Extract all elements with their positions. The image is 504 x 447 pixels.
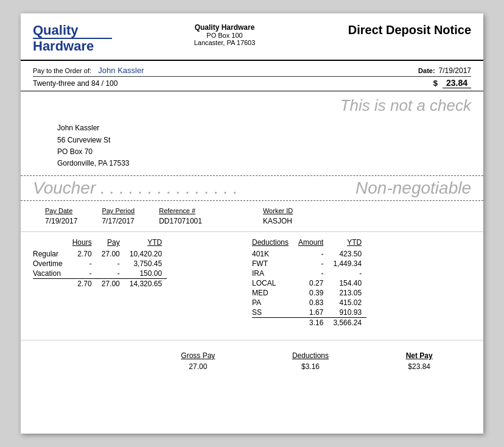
ded-table-cell: 0.27	[293, 278, 328, 288]
ded-col-amount: Amount	[293, 238, 328, 249]
date-value: 7/19/2017	[439, 66, 471, 75]
footer-deductions-label: Deductions	[292, 351, 329, 360]
company-name: Quality Hardware	[112, 23, 337, 32]
pay-table: Hours Pay YTD Regular2.7027.0010,420.20O…	[33, 238, 215, 328]
ded-table-cell: -	[293, 249, 328, 259]
ded-table-row: PA0.83415.02	[252, 298, 366, 308]
pay-total-cell: 14,320.65	[125, 279, 167, 289]
pay-total-cell	[33, 279, 68, 289]
pay-total-cell: 2.70	[68, 279, 97, 289]
pay-to-line: Pay to the Order of: John Kassler	[33, 66, 144, 75]
footer-gross-pay: Gross Pay 27.00	[181, 351, 215, 371]
ded-table-cell: PA	[252, 298, 293, 308]
pay-period-value: 7/17/2017	[102, 217, 135, 225]
pay-order-row1: Pay to the Order of: John Kassler Date: …	[33, 66, 471, 75]
pay-total-cell: 27.00	[97, 279, 125, 289]
pay-table-cell: 2.70	[68, 249, 97, 259]
reference-header: Reference #	[159, 207, 202, 214]
pay-table-cell: Overtime	[33, 259, 68, 269]
voucher-text: Voucher . . . . . . . . . . . . . . .	[33, 178, 238, 198]
ded-col-name: Deductions	[252, 238, 293, 249]
ded-table-row: MED0.39213.05	[252, 288, 366, 298]
ded-table-cell: 1.67	[293, 308, 328, 318]
voucher-divider: Voucher . . . . . . . . . . . . . . . No…	[21, 175, 483, 201]
pay-total-row: 2.7027.0014,320.65	[33, 279, 167, 289]
net-pay-value: $23.84	[406, 362, 433, 371]
pay-col-desc	[33, 238, 68, 249]
pay-table-cell: 27.00	[97, 249, 125, 259]
ded-table-row: FWT-1,449.34	[252, 259, 366, 269]
net-pay-label: Net Pay	[406, 351, 433, 360]
logo-hardware: Hardware	[33, 38, 112, 54]
amount-row: Twenty-three and 84 / 100 $ 23.84	[33, 76, 471, 88]
worker-id-col: Worker ID KASJOH	[263, 207, 293, 225]
ded-table-cell: -	[328, 269, 366, 278]
address-line2: 56 Curveview St	[57, 135, 471, 146]
ded-table-cell: 0.39	[293, 288, 328, 298]
logo-quality: Quality	[33, 23, 112, 38]
logo-area: Quality Hardware	[33, 23, 112, 54]
ded-table-cell: 0.83	[293, 298, 328, 308]
ded-table-cell: 910.93	[328, 308, 366, 318]
ded-table-cell: LOCAL	[252, 278, 293, 288]
pay-table-row: Vacation--150.00	[33, 269, 167, 279]
not-a-check: This is not a check	[21, 91, 483, 116]
ded-total-row: 3.163,566.24	[252, 318, 366, 328]
non-negotiable-text: Non-negotiable	[355, 178, 471, 198]
pay-order-section: Pay to the Order of: John Kassler Date: …	[21, 61, 483, 91]
ded-table-cell: MED	[252, 288, 293, 298]
amount-box: $ 23.84	[433, 78, 471, 88]
pay-table-row: Overtime--3,750.45	[33, 259, 167, 269]
footer-net-pay: Net Pay $23.84	[406, 351, 433, 371]
ded-total-cell: 3,566.24	[328, 318, 366, 328]
pay-date-col: Pay Date 7/19/2017	[45, 207, 77, 225]
ded-table-row: IRA--	[252, 269, 366, 278]
worker-id-header: Worker ID	[263, 207, 293, 214]
ded-table-cell: IRA	[252, 269, 293, 278]
ded-table-cell: -	[293, 269, 328, 278]
pay-table-cell: -	[68, 259, 97, 269]
ded-table-cell: SS	[252, 308, 293, 318]
pay-period-header: Pay Period	[102, 207, 135, 214]
ded-table-row: SS1.67910.93	[252, 308, 366, 318]
ded-table-row: 401K-423.50	[252, 249, 366, 259]
pay-date-header: Pay Date	[45, 207, 77, 214]
pay-table-cell: -	[97, 269, 125, 279]
ded-table-cell: 213.05	[328, 288, 366, 298]
pay-col-pay: Pay	[97, 238, 125, 249]
pay-table-cell: 150.00	[125, 269, 167, 279]
dollar-amount: 23.84	[443, 78, 471, 88]
company-address1: PO Box 100	[112, 32, 337, 39]
address-section: John Kassler 56 Curveview St PO Box 70 G…	[21, 116, 483, 175]
ded-table-cell: FWT	[252, 259, 293, 269]
ded-table-cell: -	[293, 259, 328, 269]
pay-col-hours: Hours	[68, 238, 97, 249]
date-section: Date: 7/19/2017	[418, 66, 471, 75]
ded-total-cell: 3.16	[293, 318, 328, 328]
pay-table-cell: -	[97, 259, 125, 269]
pay-table-cell: Regular	[33, 249, 68, 259]
amount-words: Twenty-three and 84 / 100	[33, 79, 433, 88]
dollar-sign: $	[433, 79, 438, 88]
ded-table-row: LOCAL0.27154.40	[252, 278, 366, 288]
ded-table-cell: 1,449.34	[328, 259, 366, 269]
footer-totals: Gross Pay 27.00 Deductions $3.16 Net Pay…	[21, 340, 483, 379]
pay-table-cell: 3,750.45	[125, 259, 167, 269]
notice-title: Direct Deposit Notice	[337, 23, 471, 37]
deductions-table: Deductions Amount YTD 401K-423.50FWT-1,4…	[252, 238, 471, 328]
pay-date-value: 7/19/2017	[45, 217, 77, 225]
pay-table-cell: Vacation	[33, 269, 68, 279]
ded-col-ytd: YTD	[328, 238, 366, 249]
address-line1: John Kassler	[57, 122, 471, 134]
pay-to-name: John Kassler	[98, 66, 144, 75]
reference-value: DD17071001	[159, 217, 202, 225]
company-info: Quality Hardware PO Box 100 Lancaster, P…	[112, 23, 337, 46]
footer-deductions-value: $3.16	[292, 362, 329, 371]
ded-table-cell: 423.50	[328, 249, 366, 259]
pay-table-cell: 10,420.20	[125, 249, 167, 259]
address-line3: PO Box 70	[57, 146, 471, 158]
reference-col: Reference # DD17071001	[159, 207, 202, 225]
detail-section: Pay Date 7/19/2017 Pay Period 7/17/2017 …	[21, 201, 483, 232]
ded-table-cell: 154.40	[328, 278, 366, 288]
pay-table-row: Regular2.7027.0010,420.20	[33, 249, 167, 259]
